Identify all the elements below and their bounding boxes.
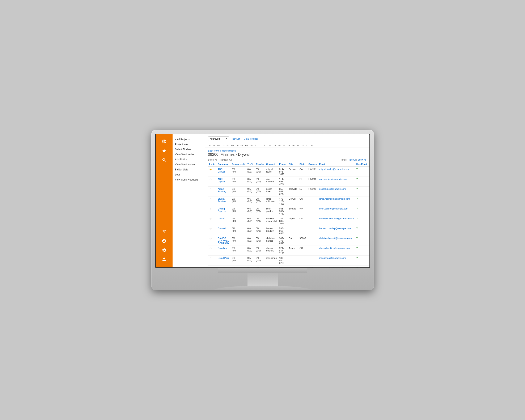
trade-number-27[interactable]: 27 <box>297 144 299 147</box>
col-header-notes[interactable]: Notes <box>369 162 369 167</box>
nav-view-send-invite[interactable]: View/Send Invite <box>173 152 205 157</box>
trade-number-01[interactable]: 01 <box>213 144 215 147</box>
gear-icon[interactable] <box>160 246 168 254</box>
invite-star-2[interactable]: ☆ <box>208 187 217 196</box>
company-link-5[interactable]: Danco <box>218 217 225 220</box>
invite-star-10[interactable]: ☆ <box>208 265 217 267</box>
trade-number-03[interactable]: 03 <box>222 144 225 147</box>
trade-number-13[interactable]: 13 <box>269 144 271 147</box>
nav-view-send-notice[interactable]: View/Send Notice <box>173 162 205 167</box>
col-header-hasemail[interactable]: Has Email <box>355 162 369 167</box>
trade-number-31[interactable]: 31 <box>306 144 309 147</box>
rocket-icon[interactable] <box>160 228 168 235</box>
email-cell-1[interactable]: dan.medina@example.com <box>318 177 355 187</box>
city-cell-7: CA <box>288 236 298 246</box>
col-header-contact[interactable]: Contact <box>265 162 278 167</box>
select-all-link[interactable]: Select All <box>208 159 217 161</box>
invite-star-9[interactable]: ☆ <box>208 255 217 265</box>
col-header-company[interactable]: Company <box>216 162 231 167</box>
remove-all-link[interactable]: Remove All <box>220 159 232 161</box>
plus-icon[interactable] <box>160 165 168 173</box>
col-header-response[interactable]: Response% <box>231 162 246 167</box>
trade-number-02[interactable]: 02 <box>217 144 220 147</box>
company-link-4[interactable]: Ceiling Experts <box>218 207 225 212</box>
trade-number-14[interactable]: 14 <box>273 144 276 147</box>
col-header-invite[interactable]: Invite <box>208 162 217 167</box>
invite-star-3[interactable]: ☆ <box>208 196 217 206</box>
trade-number-27[interactable]: 27 <box>301 144 304 147</box>
trade-number-26[interactable]: 26 <box>292 144 294 147</box>
company-link-3[interactable]: Brushy Painters <box>218 197 226 203</box>
nav-view-send-requests[interactable]: View Send Requests <box>173 177 205 182</box>
trade-number-16[interactable]: 16 <box>283 144 285 147</box>
trade-number-11[interactable]: 11 <box>259 144 262 147</box>
nav-project-info[interactable]: Project Info <box>173 142 205 147</box>
filter-list-link[interactable]: Filter List <box>231 138 240 140</box>
trade-number-04[interactable]: 04 <box>227 144 229 147</box>
email-cell-2[interactable]: oscar.hale@example.com <box>318 187 355 196</box>
company-link-1[interactable]: ABC Drywall <box>218 178 225 183</box>
target-icon[interactable] <box>160 138 168 145</box>
nav-select-bidders[interactable]: Select Bidders› <box>173 147 205 152</box>
col-header-city[interactable]: City <box>288 162 298 167</box>
trade-number-09[interactable]: 09 <box>250 144 253 147</box>
col-header-yes[interactable]: Yes% <box>246 162 255 167</box>
col-header-phone[interactable]: Phone <box>278 162 288 167</box>
trade-number-10[interactable]: 10 <box>255 144 257 147</box>
trade-number-23[interactable]: 23 <box>287 144 290 147</box>
settings-circle-icon[interactable] <box>160 237 168 245</box>
trade-number-08[interactable]: 08 <box>245 144 248 147</box>
email-cell-6[interactable]: bernard.bradley@example.com <box>318 226 355 236</box>
email-cell-7[interactable]: christine.barnett@example.com <box>318 236 355 246</box>
nav-all-projects[interactable]: < All Projects <box>173 137 205 142</box>
email-cell-10[interactable]: erika.sanders@example.com <box>318 265 355 267</box>
trade-number-05[interactable]: 05 <box>231 144 234 147</box>
phone-cell-1: 111-696-4234 <box>278 177 288 187</box>
company-link-10[interactable]: Fisher Drywall <box>218 267 225 267</box>
hide-all-link[interactable]: Hide All <box>348 159 356 161</box>
nav-logs[interactable]: Logs› <box>173 172 205 177</box>
col-header-email[interactable]: Email <box>318 162 355 167</box>
invite-star-0[interactable]: ★ <box>208 167 217 177</box>
email-cell-9[interactable]: ross.jones@example.com <box>318 255 355 265</box>
nav-add-notice[interactable]: Add Notice <box>173 157 205 162</box>
nav-bidder-lists[interactable]: Bidder Lists› <box>173 167 205 172</box>
email-cell-8[interactable]: alyssa.hopkins@example.com <box>318 246 355 255</box>
email-cell-0[interactable]: miguel.fowler@example.com <box>318 167 355 177</box>
company-link-0[interactable]: ABC Drywall <box>218 168 225 173</box>
user-icon[interactable] <box>160 256 168 263</box>
search-icon[interactable] <box>160 156 168 164</box>
city-cell-1 <box>288 177 298 187</box>
invite-star-7[interactable]: ☆ <box>208 236 217 246</box>
clear-filters-link[interactable]: Clear Filter(s) <box>244 138 258 140</box>
invite-star-1[interactable]: ☆ <box>208 177 217 187</box>
notes-cell-5 <box>369 216 369 226</box>
company-link-9[interactable]: Dryall Plus <box>218 257 229 259</box>
trade-number-07[interactable]: 07 <box>241 144 243 147</box>
star-icon[interactable] <box>160 147 168 154</box>
breadcrumb[interactable]: Back to 09: Finishes trades <box>208 149 236 152</box>
trade-number-06[interactable]: 06 <box>236 144 238 147</box>
email-cell-3[interactable]: jorge.robinson@example.com <box>318 196 355 206</box>
trade-number-12[interactable]: 12 <box>264 144 267 147</box>
trade-number-35[interactable]: 35 <box>311 144 313 147</box>
email-cell-4[interactable]: flenn.gordon@example.com <box>318 206 355 216</box>
company-link-6[interactable]: Danwall <box>218 227 226 230</box>
email-cell-5[interactable]: bradley.mcdonalid@example.com <box>318 216 355 226</box>
rcvd-cell-9: 0% (0/0) <box>255 255 265 265</box>
company-link-7[interactable]: DAVIDS DRYWALL COMPANY <box>218 237 229 244</box>
status-filter[interactable]: Approved <box>208 136 229 141</box>
company-link-8[interactable]: Dryall etc <box>218 247 227 249</box>
show-all-link[interactable]: Show All <box>357 159 366 161</box>
invite-star-4[interactable]: ☆ <box>208 206 217 216</box>
company-link-2[interactable]: Aron's Painting <box>218 188 226 193</box>
invite-star-5[interactable]: ☆ <box>208 216 217 226</box>
invite-star-8[interactable]: ☆ <box>208 246 217 255</box>
col-header-state[interactable]: State <box>298 162 307 167</box>
col-header-groups[interactable]: Groups <box>307 162 318 167</box>
groups-cell-1: Favorite <box>307 177 318 187</box>
col-header-rcvd[interactable]: Rcvd% <box>255 162 265 167</box>
invite-star-6[interactable]: ☆ <box>208 226 217 236</box>
trade-number-00[interactable]: 00 <box>208 144 211 147</box>
trade-number-15[interactable]: 15 <box>278 144 281 147</box>
